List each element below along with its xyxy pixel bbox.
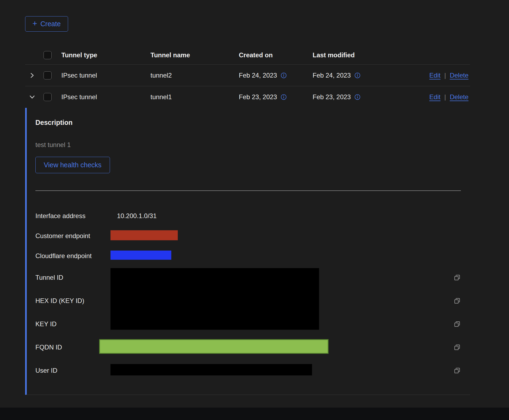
copy-icon — [453, 297, 461, 305]
interface-address-value: 10.200.1.0/31 — [110, 212, 451, 220]
table-row-tunnel1: IPsec tunnel tunnel1 Feb 23, 2023 Feb 23… — [25, 86, 470, 108]
delete-link[interactable]: Delete — [450, 72, 468, 79]
field-fqdn-id: FQDN ID — [35, 336, 470, 359]
cloudflare-endpoint-label: Cloudflare endpoint — [35, 252, 110, 260]
tunnel-fields: Interface address 10.200.1.0/31 Customer… — [35, 206, 470, 382]
copy-icon — [453, 274, 461, 281]
field-interface-address: Interface address 10.200.1.0/31 — [35, 206, 470, 226]
info-icon[interactable] — [354, 72, 360, 78]
section-divider — [35, 191, 461, 191]
cell-last-modified: Feb 24, 2023 — [313, 72, 351, 79]
cell-tunnel-name: tunnel2 — [150, 72, 239, 79]
fqdn-id-redaction — [99, 339, 329, 354]
row-checkbox[interactable] — [43, 71, 52, 79]
copy-user-id-button[interactable] — [452, 365, 463, 376]
header-last-modified: Last modified — [313, 51, 408, 59]
hex-id-label: HEX ID (KEY ID) — [35, 297, 110, 305]
user-id-label: User ID — [35, 367, 110, 374]
header-tunnel-name: Tunnel name — [150, 51, 239, 59]
field-cloudflare-endpoint: Cloudflare endpoint — [35, 246, 470, 266]
edit-link[interactable]: Edit — [429, 72, 440, 79]
collapse-row-button[interactable] — [27, 92, 38, 102]
edit-link[interactable]: Edit — [429, 93, 440, 101]
interface-address-label: Interface address — [35, 212, 110, 220]
tunnel-ids-group: Tunnel ID HEX ID (KEY ID) KEY ID — [35, 266, 470, 336]
field-customer-endpoint: Customer endpoint — [35, 226, 470, 246]
delete-link[interactable]: Delete — [450, 93, 468, 101]
header-tunnel-type: Tunnel type — [61, 51, 150, 59]
table-row-tunnel2: IPsec tunnel tunnel2 Feb 24, 2023 Feb 24… — [25, 65, 470, 86]
header-created-on: Created on — [239, 51, 313, 59]
tunnel-id-label: Tunnel ID — [35, 274, 110, 281]
copy-hex-id-button[interactable] — [452, 295, 463, 306]
tunnel-ids-redaction — [110, 268, 319, 330]
bottom-strip — [0, 408, 509, 420]
tunnel-detail-panel: Description test tunnel 1 View health ch… — [25, 108, 470, 395]
cell-tunnel-type: IPsec tunnel — [61, 93, 150, 101]
description-value: test tunnel 1 — [35, 141, 470, 149]
cell-last-modified: Feb 23, 2023 — [313, 93, 351, 101]
user-id-redaction — [110, 364, 312, 375]
chevron-right-icon — [29, 72, 35, 78]
copy-icon — [453, 320, 461, 328]
table-header-row: Tunnel type Tunnel name Created on Last … — [25, 46, 470, 65]
link-separator: | — [444, 93, 446, 101]
info-icon[interactable] — [281, 94, 287, 100]
cell-created-on: Feb 23, 2023 — [239, 93, 277, 101]
info-icon[interactable] — [354, 94, 360, 100]
copy-key-id-button[interactable] — [452, 319, 463, 329]
tunnels-table: Tunnel type Tunnel name Created on Last … — [25, 46, 470, 395]
customer-endpoint-label: Customer endpoint — [35, 232, 110, 240]
info-icon[interactable] — [281, 72, 287, 78]
copy-tunnel-id-button[interactable] — [452, 272, 463, 283]
create-button-label: Create — [41, 20, 61, 28]
description-label: Description — [35, 119, 470, 126]
key-id-label: KEY ID — [35, 320, 110, 328]
select-all-checkbox[interactable] — [43, 51, 52, 59]
cell-tunnel-name: tunnel1 — [150, 93, 239, 101]
expand-row-button[interactable] — [27, 70, 38, 81]
customer-endpoint-redaction — [110, 230, 178, 240]
chevron-down-icon — [29, 94, 35, 100]
cell-created-on: Feb 24, 2023 — [239, 72, 277, 79]
copy-icon — [453, 367, 461, 374]
field-user-id: User ID — [35, 359, 470, 382]
create-button[interactable]: + Create — [25, 16, 68, 32]
link-separator: | — [444, 72, 446, 79]
cell-tunnel-type: IPsec tunnel — [61, 72, 150, 79]
plus-icon: + — [32, 19, 37, 28]
copy-icon — [453, 344, 461, 351]
copy-fqdn-id-button[interactable] — [452, 342, 463, 353]
view-health-checks-button[interactable]: View health checks — [35, 157, 110, 173]
row-checkbox[interactable] — [43, 93, 52, 101]
cloudflare-endpoint-redaction — [110, 251, 171, 260]
